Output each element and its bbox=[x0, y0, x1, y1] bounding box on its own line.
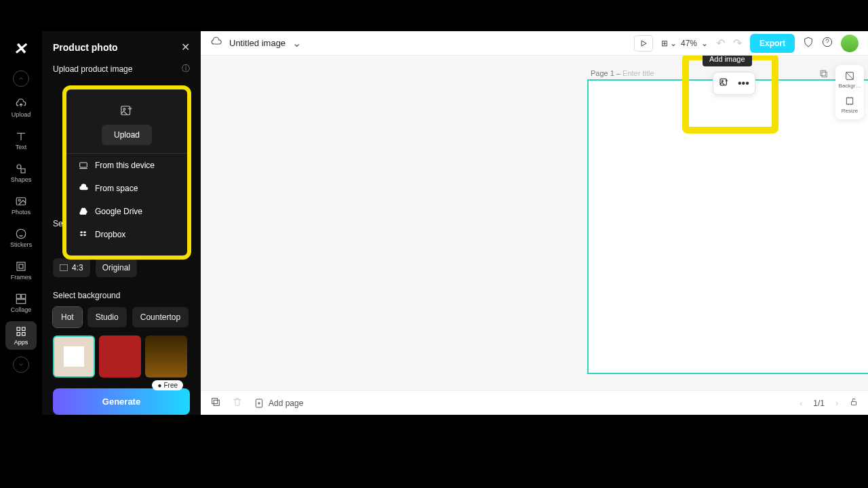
svg-rect-1 bbox=[21, 169, 25, 173]
shield-icon[interactable] bbox=[803, 37, 814, 50]
nav-collage[interactable]: Collage bbox=[5, 289, 37, 317]
nav-stickers[interactable]: Stickers bbox=[5, 224, 37, 252]
nav-collapse-down[interactable] bbox=[13, 357, 29, 373]
play-icon[interactable] bbox=[634, 35, 653, 52]
svg-rect-6 bbox=[19, 264, 23, 268]
lock-icon[interactable] bbox=[849, 397, 859, 409]
canvas-area: Untitled image ⌄ ⊞ ⌄47%⌄ ↶ ↷ Export Page… bbox=[201, 31, 868, 415]
select-bg-label: Select background bbox=[42, 281, 201, 303]
add-page-button[interactable]: Add page bbox=[254, 398, 303, 409]
redo-icon[interactable]: ↷ bbox=[733, 37, 742, 49]
page-label: Page 1 – Enter title bbox=[591, 69, 654, 77]
chevron-down-icon[interactable]: ⌄ bbox=[292, 37, 301, 49]
zoom-control[interactable]: ⊞ ⌄47%⌄ bbox=[661, 39, 708, 48]
canvas-main: Page 1 – Enter title ⧉ ⋯ Add image ••• B… bbox=[201, 56, 868, 390]
info-icon[interactable]: ⓘ bbox=[182, 63, 190, 75]
svg-point-0 bbox=[17, 165, 21, 169]
upload-button[interactable]: Upload bbox=[102, 125, 152, 145]
svg-point-4 bbox=[16, 229, 26, 239]
svg-rect-11 bbox=[22, 327, 26, 331]
export-button[interactable]: Export bbox=[750, 34, 795, 53]
bottombar: Add page ‹ 1/1 › bbox=[201, 390, 868, 415]
svg-rect-19 bbox=[212, 399, 218, 404]
nav-frames[interactable]: Frames bbox=[5, 256, 37, 285]
svg-rect-12 bbox=[17, 333, 20, 336]
bg-thumbs bbox=[42, 331, 201, 382]
bg-tabs: Hot Studio Countertop bbox=[42, 303, 201, 331]
panel-title: Product photo bbox=[53, 42, 118, 53]
next-page-icon[interactable]: › bbox=[835, 399, 838, 408]
bg-thumb-3[interactable] bbox=[145, 336, 187, 378]
source-gdrive[interactable]: Google Drive bbox=[66, 200, 187, 223]
cloud-icon[interactable] bbox=[210, 36, 222, 51]
svg-rect-9 bbox=[16, 300, 26, 304]
svg-rect-20 bbox=[214, 400, 219, 405]
free-badge: ●Free bbox=[152, 380, 183, 390]
svg-rect-18 bbox=[846, 98, 852, 104]
svg-rect-25 bbox=[80, 163, 87, 167]
topbar: Untitled image ⌄ ⊞ ⌄47%⌄ ↶ ↷ Export bbox=[201, 31, 868, 56]
ratio-4-3[interactable]: 4:3 bbox=[53, 258, 90, 277]
bg-tab-studio[interactable]: Studio bbox=[87, 307, 127, 327]
svg-point-3 bbox=[18, 199, 20, 201]
nav-shapes[interactable]: Shapes bbox=[5, 159, 37, 187]
upload-dropdown: Upload From this device From space Googl… bbox=[62, 85, 191, 260]
layers-icon[interactable] bbox=[210, 396, 221, 409]
toolbar-more-icon[interactable]: ••• bbox=[738, 77, 749, 89]
trash-icon[interactable] bbox=[232, 396, 243, 409]
image-plus-icon bbox=[119, 103, 134, 118]
prev-page-icon[interactable]: ‹ bbox=[800, 399, 802, 408]
source-space[interactable]: From space bbox=[66, 177, 187, 200]
svg-rect-5 bbox=[17, 262, 25, 270]
undo-icon[interactable]: ↶ bbox=[716, 37, 725, 49]
add-image-icon[interactable] bbox=[719, 77, 730, 90]
svg-rect-13 bbox=[22, 333, 26, 336]
upload-section-label: Upload product image bbox=[53, 64, 132, 74]
svg-rect-8 bbox=[22, 294, 26, 298]
nav-collapse-up[interactable] bbox=[13, 70, 29, 87]
avatar[interactable] bbox=[841, 35, 859, 52]
bg-thumb-1[interactable] bbox=[53, 336, 95, 378]
add-image-tooltip: Add image bbox=[703, 56, 752, 66]
ratio-original[interactable]: Original bbox=[96, 258, 137, 277]
close-icon[interactable]: ✕ bbox=[181, 41, 190, 54]
bg-tab-countertop[interactable]: Countertop bbox=[132, 307, 189, 327]
page-title-input[interactable]: Enter title bbox=[623, 69, 654, 77]
page-mini-toolbar: ••• bbox=[713, 72, 755, 95]
svg-point-24 bbox=[123, 108, 125, 110]
logo: ✕ bbox=[13, 39, 30, 58]
svg-rect-22 bbox=[852, 401, 856, 405]
help-icon[interactable] bbox=[822, 37, 833, 50]
generate-button[interactable]: Generate bbox=[53, 388, 190, 415]
nav-text[interactable]: Text bbox=[5, 126, 37, 155]
nav-apps[interactable]: Apps bbox=[5, 321, 37, 350]
source-device[interactable]: From this device bbox=[66, 154, 187, 177]
nav-photos[interactable]: Photos bbox=[5, 191, 37, 220]
dock-background[interactable]: Backgr… bbox=[839, 70, 861, 89]
left-nav: ✕ Upload Text Shapes Photos Stickers Fra… bbox=[0, 31, 42, 415]
page-counter: 1/1 bbox=[813, 399, 825, 408]
svg-rect-10 bbox=[17, 327, 20, 331]
source-dropbox[interactable]: Dropbox bbox=[66, 223, 187, 246]
document-title[interactable]: Untitled image bbox=[229, 38, 285, 48]
nav-upload[interactable]: Upload bbox=[5, 94, 37, 122]
right-dock: Backgr… Resize bbox=[835, 65, 864, 119]
svg-point-16 bbox=[722, 81, 723, 82]
dock-resize[interactable]: Resize bbox=[842, 96, 858, 114]
svg-rect-7 bbox=[16, 294, 20, 298]
bg-tab-hot[interactable]: Hot bbox=[53, 307, 82, 327]
bg-thumb-2[interactable] bbox=[99, 336, 141, 378]
